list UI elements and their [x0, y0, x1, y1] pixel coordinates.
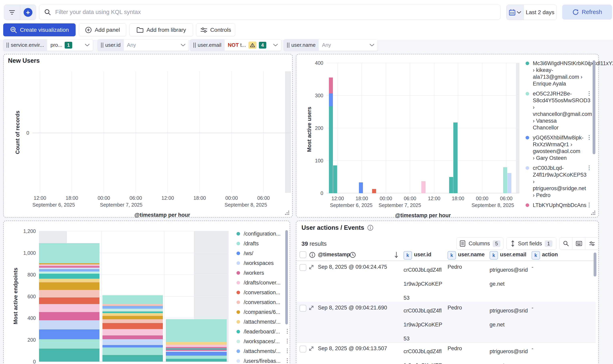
legend-actions-icon[interactable]: ⋮	[586, 135, 592, 140]
drag-handle-icon[interactable]	[7, 42, 9, 48]
control-value-dropdown[interactable]: Any	[319, 39, 377, 51]
info-icon	[309, 252, 316, 258]
legend-item[interactable]: /workspaces/...⋮	[237, 337, 290, 346]
panel-resize-handle[interactable]	[590, 210, 596, 215]
sort-count-badge: 1	[545, 240, 552, 247]
controls-label: Controls	[210, 27, 231, 33]
legend-actions-icon[interactable]: ⋮	[284, 328, 290, 334]
column-header-action[interactable]: action	[542, 251, 558, 258]
legend-scrollbar[interactable]	[285, 230, 288, 325]
legend-item[interactable]: /workspaces⋮	[237, 258, 290, 268]
legend-actions-icon[interactable]: ⋮	[284, 358, 290, 364]
legend-item[interactable]: /attachments/...⋮	[237, 317, 290, 327]
chevron-down-icon	[181, 44, 185, 47]
legend-item[interactable]: /configuration...⋮	[237, 229, 290, 239]
legend-item[interactable]: /companies/6...⋮	[237, 307, 290, 317]
drag-handle-icon[interactable]	[101, 42, 103, 48]
legend-item[interactable]: /users/firebas...⋮	[237, 356, 290, 364]
table-scrollbar[interactable]	[594, 253, 596, 276]
legend-swatch	[526, 166, 529, 170]
add-panel-button[interactable]: Add panel	[79, 23, 126, 36]
calendar-dropdown-button[interactable]	[507, 5, 524, 20]
panel-title: New Users	[8, 57, 40, 64]
field-type-badge: k	[531, 251, 540, 260]
control-value-dropdown[interactable]: Any	[124, 39, 189, 51]
saved-query-filter-button[interactable]	[4, 5, 20, 20]
legend-item[interactable]: /conversation...⋮	[237, 298, 290, 307]
drag-handle-icon[interactable]	[194, 42, 196, 48]
expand-row-icon[interactable]	[308, 346, 314, 352]
new-users-chart[interactable]: 012:0018:0000:0006:0012:0018:0000:0006:0…	[32, 71, 292, 193]
create-visualization-button[interactable]: Create visualization	[3, 23, 76, 36]
row-checkbox[interactable]	[299, 346, 306, 352]
endpoints-chart[interactable]: 1,2001,00080060040020006th7th8th	[39, 231, 228, 362]
control-value-dropdown[interactable]: pro... 1	[47, 39, 93, 51]
row-checkbox[interactable]	[299, 264, 306, 271]
controls-button[interactable]: Controls	[196, 23, 235, 36]
legend-item[interactable]: eO5C2JRH2Be-S8cd4Y55osMwSROD3 › vrchance…	[526, 90, 592, 131]
control-field-label: user.id	[98, 39, 124, 51]
legend-actions-icon[interactable]: ⋮	[586, 165, 592, 171]
time-range-value[interactable]: Last 2 days	[524, 5, 557, 20]
legend-item[interactable]: crC00JbLqd-Z4fl1r9wJpCKoKEP53 › ptriguer…	[526, 165, 592, 199]
control-field-label: user.name	[284, 39, 319, 51]
legend-item[interactable]: /drafts/conver...⋮	[237, 278, 290, 288]
active-users-chart[interactable]: 400300200100012:0018:0000:0006:0012:0018…	[326, 63, 519, 193]
legend-scrollbar[interactable]	[593, 60, 595, 154]
sort-fields-button[interactable]: Sort fields 1	[506, 237, 556, 250]
cell-user-name: Pedro	[447, 344, 486, 352]
legend-actions-icon[interactable]: ⋮	[284, 348, 290, 354]
info-icon[interactable]	[367, 224, 374, 231]
table-row[interactable]: Sep 8, 2025 @ 09:04:13.507 crC00JbLqdZ4f…	[296, 342, 596, 364]
legend-item[interactable]: /workers⋮	[237, 268, 290, 278]
column-header-user-name[interactable]: user.name	[458, 251, 485, 258]
legend-actions-icon[interactable]: ⋮	[586, 60, 592, 66]
keyboard-shortcuts-button[interactable]	[572, 237, 585, 249]
column-header-timestamp[interactable]: @timestamp	[318, 251, 350, 258]
legend-swatch	[237, 271, 240, 275]
control-value-dropdown[interactable]: NOT t... 4	[225, 39, 281, 51]
legend-item[interactable]: /conversation...⋮	[237, 288, 290, 298]
add-filter-button[interactable]: +	[20, 5, 36, 20]
lens-icon	[10, 26, 17, 34]
panel-resize-handle[interactable]	[284, 210, 290, 215]
legend-item[interactable]: /drafts⋮	[237, 239, 290, 248]
row-checkbox[interactable]	[299, 305, 306, 312]
expand-row-icon[interactable]	[308, 305, 314, 311]
legend-item[interactable]: /attachments/...⋮	[237, 346, 290, 356]
find-in-table-button[interactable]	[559, 237, 572, 249]
legend-swatch	[237, 232, 240, 235]
legend-swatch	[237, 242, 240, 245]
legend-actions-icon[interactable]: ⋮	[586, 91, 592, 96]
legend-swatch	[237, 261, 240, 265]
results-count: 39 results	[302, 241, 327, 247]
sliders-icon	[200, 27, 208, 33]
sort-desc-icon[interactable]	[394, 251, 399, 259]
legend-actions-icon[interactable]: ⋮	[284, 338, 290, 344]
field-type-badge: k	[489, 251, 498, 260]
display-options-button[interactable]	[585, 237, 599, 249]
search-input[interactable]	[55, 9, 496, 16]
column-header-user-id[interactable]: user.id	[414, 251, 431, 258]
drag-handle-icon[interactable]	[287, 42, 289, 48]
columns-button[interactable]: Columns 5	[456, 237, 503, 250]
legend-item[interactable]: yGQ65XhbiifMw8ipk-RxXzWrmaQr1 › gwosteen…	[526, 134, 592, 161]
active-users-legend: Mc3i6WIgdHNStKrbK0qxcdl11xY2 › kikeay-al…	[526, 60, 592, 212]
add-from-library-button[interactable]: Add from library	[129, 23, 193, 36]
legend-swatch	[526, 92, 529, 95]
legend-actions-icon[interactable]: ⋮	[586, 202, 592, 208]
expand-row-icon[interactable]	[308, 264, 314, 270]
table-row[interactable]: Sep 8, 2025 @ 09:04:24.475 crC00JbLqdZ4f…	[296, 261, 596, 302]
columns-count-badge: 5	[493, 240, 500, 247]
cell-timestamp: Sep 8, 2025 @ 09:04:21.690	[318, 304, 402, 312]
cell-user-name: Pedro	[447, 304, 486, 312]
legend-item[interactable]: /leaderboard/...⋮	[237, 327, 290, 337]
legend-item[interactable]: Mc3i6WIgdHNStKrbK0qxcdl11xY2 › kikeay-al…	[526, 60, 592, 87]
refresh-button[interactable]: Refresh	[562, 5, 612, 20]
cell-action: -	[531, 344, 533, 352]
legend-item[interactable]: LTbKYUphQmbDcAns⋮	[526, 202, 592, 208]
select-all-checkbox[interactable]	[299, 251, 306, 258]
table-row[interactable]: Sep 8, 2025 @ 09:04:21.690 crC00JbLqdZ4f…	[296, 302, 596, 343]
legend-item[interactable]: /ws/⋮	[237, 248, 290, 258]
column-header-user-email[interactable]: user.email	[500, 251, 526, 258]
